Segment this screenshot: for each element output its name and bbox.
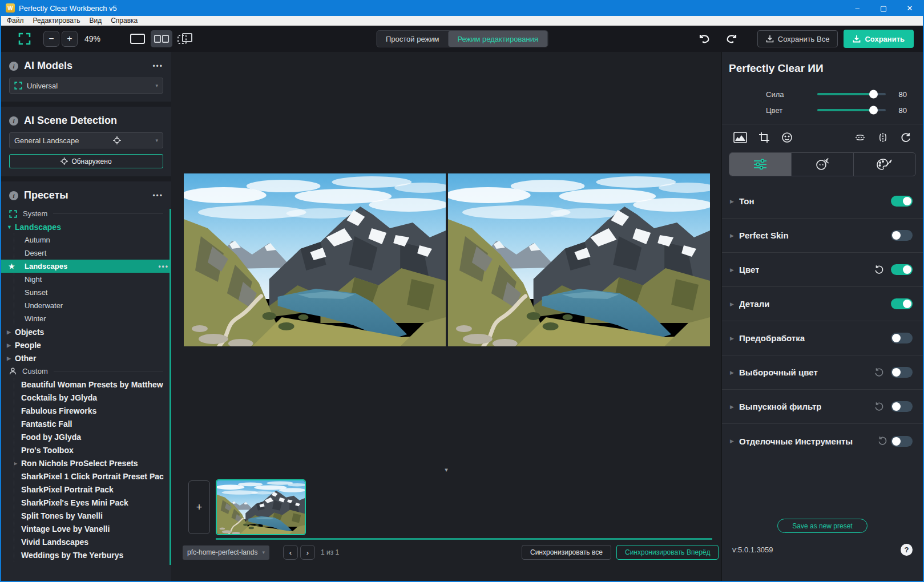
color-toggle[interactable] <box>891 264 913 275</box>
info-icon[interactable]: i <box>9 191 18 200</box>
histogram-icon[interactable] <box>733 132 747 143</box>
custom-preset-item[interactable]: Split Tones by Vanelli <box>14 509 171 522</box>
color-slider[interactable] <box>817 109 886 111</box>
chevron-right-icon[interactable]: ▶ <box>730 233 739 239</box>
chevron-right-icon[interactable]: ▶ <box>730 404 739 410</box>
menu-help[interactable]: Справка <box>106 16 142 25</box>
after-image[interactable] <box>448 173 710 346</box>
undo-icon[interactable] <box>698 33 711 45</box>
group-objects[interactable]: ▶ Objects <box>1 325 171 338</box>
custom-preset-item[interactable]: Pro's Toolbox <box>14 443 171 456</box>
maximize-button[interactable]: ▢ <box>870 0 897 16</box>
scene-dropdown[interactable]: General Landscape ▾ <box>9 132 163 148</box>
prev-image-button[interactable]: ‹ <box>283 545 298 560</box>
toggle-row-selective-color[interactable]: ▶ Выборочный цвет <box>722 355 923 390</box>
reset-icon[interactable] <box>877 436 887 446</box>
custom-preset-item[interactable]: Cocktails by JGlyda <box>14 391 171 404</box>
menu-edit[interactable]: Редактировать <box>29 16 85 25</box>
sync-all-button[interactable]: Синхронизировать все <box>522 545 611 560</box>
graduation-filter-toggle[interactable] <box>891 401 913 412</box>
preprocessing-toggle[interactable] <box>891 333 913 343</box>
detected-button[interactable]: Обнаружено <box>9 154 163 168</box>
presets-menu-icon[interactable]: ••• <box>152 192 163 200</box>
preset-landscapes-selected[interactable]: ★ Landscapes ••• <box>1 260 171 273</box>
simple-mode-tab[interactable]: Простой режим <box>377 31 448 47</box>
single-view-button[interactable] <box>127 30 148 47</box>
reset-icon[interactable] <box>874 265 884 275</box>
custom-preset-item[interactable]: Food by JGlyda <box>14 430 171 443</box>
chevron-right-icon[interactable]: ▶ <box>730 370 739 375</box>
perfect-skin-toggle[interactable] <box>891 230 913 241</box>
preset-sunset[interactable]: Sunset <box>14 286 171 299</box>
toggle-row-preprocessing[interactable]: ▶ Предобработка <box>722 321 923 355</box>
group-other[interactable]: ▶ Other <box>1 351 171 365</box>
file-name-dropdown[interactable]: pfc-home-perfect-lands ▾ <box>183 545 269 560</box>
chevron-right-icon[interactable]: ▶ <box>730 438 739 444</box>
group-people[interactable]: ▶ People <box>1 338 171 351</box>
menu-view[interactable]: Вид <box>84 16 106 25</box>
custom-preset-item[interactable]: SharkPixel 1 Click Portrait Preset Pac <box>14 470 171 483</box>
save-button[interactable]: Сохранить <box>844 30 914 48</box>
reset-icon[interactable] <box>874 402 884 412</box>
star-icon[interactable]: ★ <box>9 262 25 270</box>
custom-preset-item[interactable]: SharkPixel's Eyes Mini Pack <box>14 496 171 509</box>
menu-file[interactable]: Файл <box>1 16 29 25</box>
crop-icon[interactable] <box>758 132 770 143</box>
chevron-right-icon[interactable]: ▶ <box>730 267 739 273</box>
system-presets-row[interactable]: System <box>1 207 171 220</box>
add-image-button[interactable]: + <box>188 480 210 534</box>
flip-horizontal-icon[interactable] <box>877 132 889 143</box>
close-button[interactable]: ✕ <box>897 0 923 16</box>
slider-knob[interactable] <box>869 90 878 99</box>
custom-presets-row[interactable]: Custom <box>1 365 171 378</box>
custom-preset-item[interactable]: Weddings by The Yerburys <box>14 548 171 561</box>
face-icon[interactable] <box>781 132 793 143</box>
split-view-button[interactable] <box>151 30 172 47</box>
preset-underwater[interactable]: Underwater <box>14 299 171 312</box>
sync-forward-button[interactable]: Синхронизировать Вперёд <box>616 545 719 560</box>
help-icon[interactable]: ? <box>901 544 913 556</box>
tab-looks[interactable] <box>854 153 915 176</box>
tab-retouch[interactable] <box>792 153 854 176</box>
zoom-out-button[interactable]: − <box>43 31 59 47</box>
preset-night[interactable]: Night <box>14 273 171 286</box>
redo-icon[interactable] <box>725 33 738 45</box>
details-toggle[interactable] <box>891 298 913 309</box>
toggle-row-details[interactable]: ▶ Детали <box>722 287 923 321</box>
toggle-row-finishing-tools[interactable]: ▶ Отделочные Инструменты <box>722 424 923 458</box>
preset-winter[interactable]: Winter <box>14 312 171 325</box>
ai-model-dropdown[interactable]: Universal ▾ <box>9 78 163 94</box>
preset-menu-icon[interactable]: ••• <box>158 262 169 270</box>
toggle-row-color[interactable]: ▶ Цвет <box>722 253 923 287</box>
tab-adjust[interactable] <box>729 153 792 176</box>
flip-vertical-icon[interactable] <box>854 132 866 143</box>
save-as-new-preset-button[interactable]: Save as new preset <box>777 519 867 533</box>
image-thumbnail[interactable] <box>216 479 306 535</box>
strength-slider[interactable] <box>817 93 886 95</box>
toggle-row-graduation-filter[interactable]: ▶ Выпускной фильтр <box>722 390 923 424</box>
custom-preset-item[interactable]: Beautiful Woman Presets by Matthew <box>14 378 171 391</box>
next-image-button[interactable]: › <box>300 545 315 560</box>
custom-preset-item[interactable]: Vintage Love by Vanelli <box>14 522 171 535</box>
save-all-button[interactable]: Сохранить Все <box>757 30 838 47</box>
group-landscapes[interactable]: ▼ Landscapes <box>1 220 171 233</box>
rotate-icon[interactable] <box>900 132 911 143</box>
zoom-in-button[interactable]: + <box>62 31 78 47</box>
preset-desert[interactable]: Desert <box>14 246 171 260</box>
info-icon[interactable]: i <box>9 116 18 126</box>
custom-preset-item[interactable]: Fantastic Fall <box>14 417 171 430</box>
finishing-tools-toggle[interactable] <box>891 436 913 447</box>
toggle-row-perfect-skin[interactable]: ▶ Perfect Skin <box>722 219 923 253</box>
chevron-right-icon[interactable]: ▶ <box>730 301 739 307</box>
compare-view-button[interactable] <box>175 30 196 47</box>
custom-preset-item[interactable]: Vivid Landscapes <box>14 535 171 548</box>
preset-autumn[interactable]: Autumn <box>14 233 171 246</box>
custom-preset-item[interactable]: ▶Ron Nichols ProSelect Presets <box>14 456 171 470</box>
custom-preset-item[interactable]: Fabulous Fireworks <box>14 404 171 417</box>
selective-color-toggle[interactable] <box>891 367 913 378</box>
tone-toggle[interactable] <box>891 196 913 207</box>
filmstrip-collapse-icon[interactable]: ▾ <box>445 466 448 474</box>
ai-models-menu-icon[interactable]: ••• <box>152 62 163 70</box>
before-image[interactable] <box>184 173 446 346</box>
custom-preset-item[interactable]: SharkPixel Portrait Pack <box>14 483 171 496</box>
